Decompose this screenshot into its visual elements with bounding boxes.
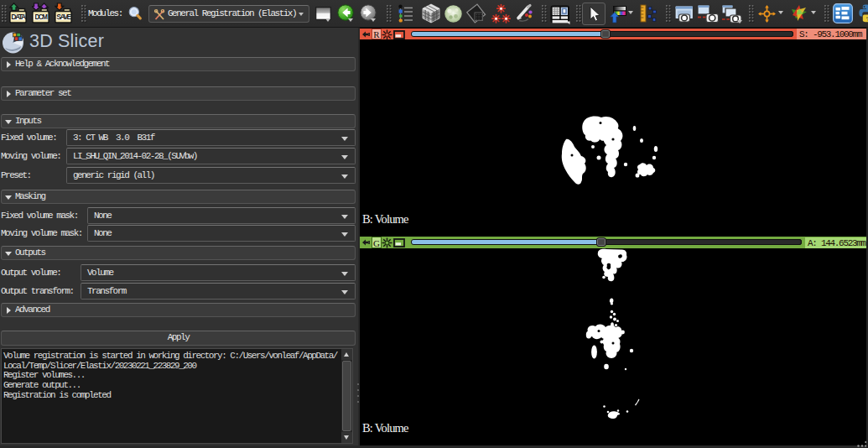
svg-text:SAVE: SAVE <box>56 13 72 21</box>
svg-text:DCM: DCM <box>35 13 48 21</box>
svg-text:DATA: DATA <box>11 13 26 21</box>
